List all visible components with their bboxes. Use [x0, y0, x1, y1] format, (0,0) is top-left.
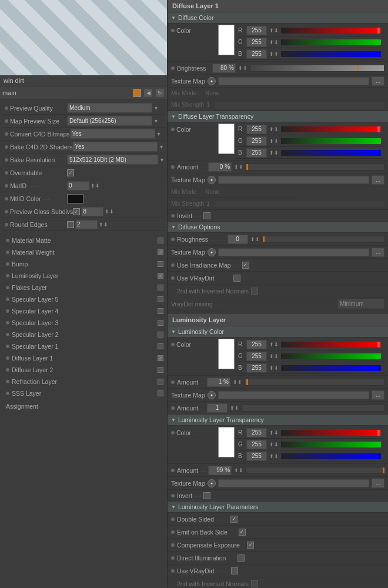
lum-tex-dot-btn[interactable]: ●	[208, 391, 216, 399]
lum-g-input[interactable]	[246, 352, 267, 361]
lum-color-swatch[interactable]	[218, 339, 235, 369]
lum-trans-r-slider[interactable]	[281, 430, 381, 436]
lum-b-arrows[interactable]: ⬆⬇	[269, 365, 279, 371]
matid-input[interactable]	[67, 181, 89, 191]
trans-r-input[interactable]	[246, 125, 267, 134]
flakes-layer-checkbox[interactable]	[158, 285, 163, 290]
brightness-arrows[interactable]: ⬆⬇	[238, 65, 247, 71]
list-item[interactable]: Specular Layer 3	[0, 317, 167, 329]
lum-g-slider[interactable]	[281, 353, 381, 359]
lum-trans-tex-more-btn[interactable]: ...	[372, 479, 384, 488]
list-item[interactable]: Diffuse Layer 2	[0, 364, 167, 376]
lum-vraydirt-checkbox[interactable]	[231, 567, 238, 574]
brightness-slider[interactable]	[250, 65, 384, 72]
sss-checkbox[interactable]	[158, 390, 163, 396]
mtlid-color-swatch[interactable]	[67, 194, 83, 203]
lum-r-arrows[interactable]: ⬆⬇	[269, 342, 279, 348]
preview-quality-select[interactable]: Medium Low High	[67, 103, 152, 113]
roughness-tex-dot-btn[interactable]: ●	[208, 248, 216, 256]
trans-r-slider[interactable]	[281, 126, 381, 132]
map-preview-size-select[interactable]: Default (256x256)	[67, 116, 152, 126]
specular4-checkbox[interactable]	[158, 308, 163, 314]
lum-trans-b-input[interactable]	[246, 452, 267, 461]
bake-resolution-select[interactable]: 512x512 16Bit (2 MB)	[67, 155, 158, 165]
matid-arrows[interactable]: ⬆⬇	[91, 183, 100, 189]
irradiance-checkbox[interactable]: ✓	[242, 262, 249, 269]
list-item[interactable]: Luminosity Layer ✓	[0, 270, 167, 282]
main-tab-label[interactable]: main	[2, 89, 131, 96]
texture-map-bar[interactable]	[218, 77, 369, 85]
trans-r-arrows[interactable]: ⬆⬇	[269, 126, 279, 132]
lum-trans-g-input[interactable]	[246, 440, 267, 449]
lum-tex-more-btn[interactable]: ...	[372, 390, 384, 400]
trans-g-slider[interactable]	[281, 138, 381, 144]
list-item[interactable]: Specular Layer 5	[0, 293, 167, 305]
trans-tex-bar[interactable]	[218, 176, 369, 184]
trans-g-input[interactable]	[246, 136, 267, 146]
round-edges-checkbox[interactable]	[67, 221, 74, 228]
lum-amount-arrows[interactable]: ⬆⬇	[233, 379, 242, 385]
invert-checkbox[interactable]	[203, 212, 210, 219]
trans-amount-input[interactable]	[208, 162, 232, 172]
roughness-slider[interactable]	[262, 236, 384, 243]
r-slider[interactable]	[281, 28, 381, 34]
list-item[interactable]: Refraction Layer	[0, 376, 167, 387]
list-item[interactable]: Specular Layer 1	[0, 340, 167, 352]
trans-tex-dot-btn[interactable]: ●	[208, 176, 216, 184]
lum-g-arrows[interactable]: ⬆⬇	[269, 353, 279, 359]
emit-back-checkbox[interactable]: ✓	[239, 529, 246, 536]
specular5-checkbox[interactable]	[158, 296, 163, 302]
roughness-tex-more-btn[interactable]: ...	[372, 248, 384, 257]
diffuse1-checkbox[interactable]: ✓	[158, 355, 163, 361]
vraydirt-mixing-select[interactable]: Minimum	[337, 299, 384, 309]
lum-trans-amount-arrows[interactable]: ⬆⬇	[234, 467, 243, 473]
double-sided-checkbox[interactable]: ✓	[230, 516, 238, 523]
list-item[interactable]: Specular Layer 4	[0, 305, 167, 317]
lum-trans-tex-bar[interactable]	[218, 479, 369, 487]
round-edges-arrows[interactable]: ⬆⬇	[99, 222, 108, 228]
bake-shaders-select[interactable]: Yes No	[72, 142, 158, 152]
diffuse-color-swatch[interactable]	[218, 25, 235, 55]
nav-next-icon[interactable]: ↻	[155, 88, 165, 98]
trans-amount-arrows[interactable]: ⬆⬇	[234, 164, 243, 170]
g-input[interactable]: 255	[246, 38, 267, 47]
lum-trans-amount-input[interactable]	[208, 466, 232, 475]
luminosity-layer-checkbox[interactable]: ✓	[158, 273, 163, 279]
trans-amount-slider[interactable]	[246, 163, 384, 171]
roughness-input[interactable]	[228, 235, 248, 244]
r-input[interactable]: 255	[246, 26, 267, 35]
diffuse2-checkbox[interactable]	[158, 367, 163, 373]
b-arrows[interactable]: ⬆⬇	[269, 51, 279, 57]
specular1-checkbox[interactable]	[158, 343, 163, 349]
lum-r-input[interactable]	[246, 340, 267, 349]
direct-illumination-checkbox[interactable]	[238, 554, 245, 562]
diffuse-color-section-header[interactable]: ▼ Diffuse Color	[168, 12, 388, 24]
diffuse-transparency-section-header[interactable]: ▼ Diffuse Layer Transparency	[168, 111, 388, 122]
list-item[interactable]: Material Matte	[0, 235, 167, 246]
lum-b-input[interactable]	[246, 363, 267, 373]
trans-mix-strength-bar[interactable]	[215, 201, 384, 207]
specular3-checkbox[interactable]	[158, 320, 163, 326]
lum-trans-g-arrows[interactable]: ⬆⬇	[269, 442, 279, 447]
lum-trans-r-input[interactable]	[246, 428, 267, 437]
roughness-arrows[interactable]: ⬆⬇	[250, 236, 260, 242]
round-edges-input[interactable]	[75, 220, 98, 229]
lum-b-slider[interactable]	[281, 365, 381, 371]
lum-trans-g-slider[interactable]	[281, 442, 381, 447]
lum-amount-slider[interactable]	[245, 379, 384, 386]
brightness-input[interactable]	[212, 64, 236, 73]
nav-prev-icon[interactable]: ◀	[143, 88, 153, 98]
texture-map-dot-btn[interactable]: ●	[208, 77, 216, 85]
material-weight-checkbox[interactable]: ✓	[158, 249, 163, 255]
roughness-tex-bar[interactable]	[218, 248, 369, 256]
lum-invert-checkbox[interactable]	[203, 492, 210, 499]
preview-gloss-input[interactable]	[81, 207, 103, 216]
lum-trans-tex-dot-btn[interactable]: ●	[208, 479, 216, 487]
list-item[interactable]: Flakes Layer	[0, 282, 167, 293]
lum-r-slider[interactable]	[281, 342, 381, 348]
g-arrows[interactable]: ⬆⬇	[269, 39, 279, 45]
compensate-checkbox[interactable]: ✓	[247, 542, 254, 549]
lum-amount2-slider[interactable]	[242, 405, 384, 412]
list-item[interactable]: Bump	[0, 258, 167, 270]
overridable-checkbox[interactable]	[67, 169, 74, 176]
